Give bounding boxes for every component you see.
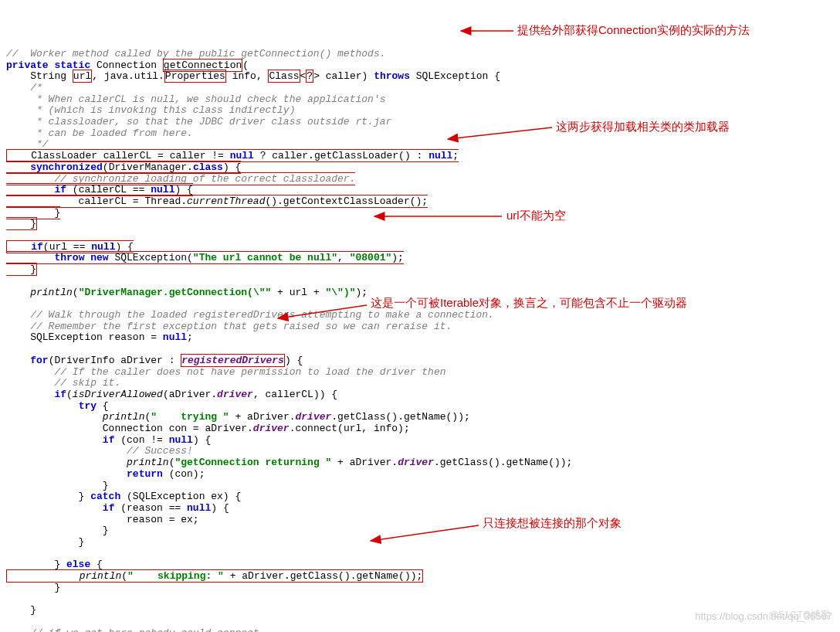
box-url: url [73,70,92,83]
code-block: // Worker method called by the public ge… [6,49,834,632]
watermark-text-2: @51CTO博客 [768,610,831,621]
box-skipping-line: println(" skipping: " + aDriver.getClass… [6,569,423,583]
box-wildcard: ? [306,70,313,83]
box-url-null-block: if(url == null) { throw new SQLException… [6,240,404,276]
annotation-3: url不能为空 [506,210,566,222]
box-registeredDrivers: registeredDrivers [181,354,285,367]
box-Properties: Properties [164,70,226,83]
annotation-2: 这两步获得加载相关类的类加载器 [556,121,730,133]
annotation-5: 只连接想被连接的那个对象 [483,518,622,529]
comment: // Worker method called by the public ge… [6,48,385,59]
annotation-4: 这是一个可被Iterable对象，换言之，可能包含不止一个驱动器 [371,297,687,309]
box-Class: Class [268,70,300,83]
annotation-1: 提供给外部获得Connection实例的实际的方法 [517,25,750,36]
box-classloader-block: ClassLoader callerCL = caller != null ? … [6,149,459,230]
